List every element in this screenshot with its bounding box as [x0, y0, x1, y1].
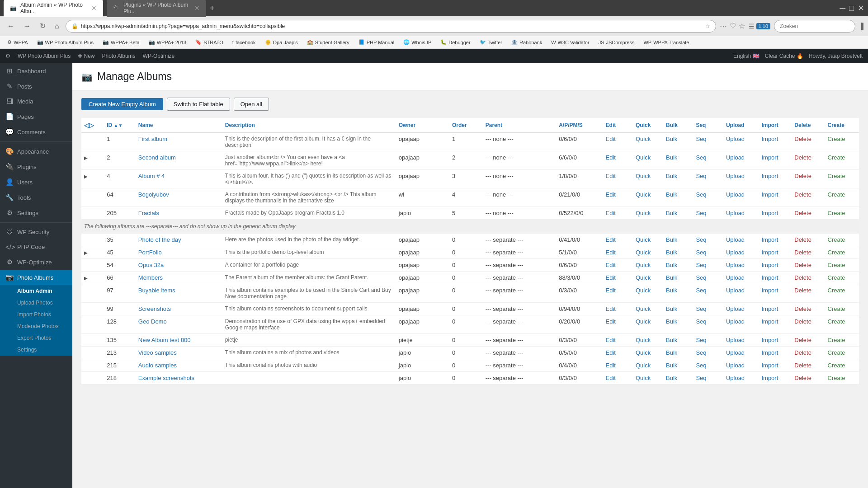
quick-link[interactable]: Quick: [636, 274, 651, 281]
import-link[interactable]: Import: [761, 274, 778, 281]
edit-link[interactable]: Edit: [606, 173, 616, 179]
seq-link[interactable]: Seq: [696, 375, 706, 381]
create-link[interactable]: Create: [828, 305, 845, 312]
sidebar-item-settings[interactable]: ⚙ Settings: [0, 205, 72, 221]
sidebar-item-dashboard[interactable]: ⊞ Dashboard: [0, 63, 72, 79]
quick-link[interactable]: Quick: [636, 349, 651, 356]
star-toolbar-icon[interactable]: ☆: [739, 22, 745, 30]
seq-link[interactable]: Seq: [696, 287, 706, 294]
expand-row-button[interactable]: ▶: [84, 155, 88, 160]
create-link[interactable]: Create: [828, 173, 845, 179]
edit-link[interactable]: Edit: [606, 136, 616, 142]
upload-link[interactable]: Upload: [726, 173, 745, 179]
seq-link[interactable]: Seq: [696, 191, 706, 198]
bulk-link[interactable]: Bulk: [666, 173, 677, 179]
sidebar-item-posts[interactable]: ✎ Posts: [0, 79, 72, 94]
bulk-link[interactable]: Bulk: [666, 375, 677, 381]
quick-link[interactable]: Quick: [636, 337, 651, 343]
seq-link[interactable]: Seq: [696, 274, 706, 281]
seq-link[interactable]: Seq: [696, 305, 706, 312]
sidebar-item-plugins[interactable]: 🔌 Plugins: [0, 159, 72, 174]
bookmark-whois[interactable]: 🌐 Whois IP: [400, 38, 435, 46]
maximize-button[interactable]: □: [849, 4, 854, 13]
delete-link[interactable]: Delete: [794, 191, 811, 198]
address-bar[interactable]: 🔒 https://wppa.nl/wp-admin/admin.php?pag…: [66, 20, 716, 33]
bookmark-icon[interactable]: ♡: [730, 22, 736, 30]
bulk-link[interactable]: Bulk: [666, 362, 677, 369]
bulk-link[interactable]: Bulk: [666, 337, 677, 343]
minimize-button[interactable]: ─: [840, 4, 845, 13]
create-link[interactable]: Create: [828, 262, 845, 268]
delete-link[interactable]: Delete: [794, 287, 811, 294]
home-button[interactable]: ⌂: [52, 20, 62, 32]
upload-link[interactable]: Upload: [726, 236, 745, 243]
import-link[interactable]: Import: [761, 191, 778, 198]
delete-link[interactable]: Delete: [794, 375, 811, 381]
upload-link[interactable]: Upload: [726, 210, 745, 216]
sidebar-item-phpcode[interactable]: </> PHP Code: [0, 239, 72, 254]
quick-link[interactable]: Quick: [636, 236, 651, 243]
delete-link[interactable]: Delete: [794, 274, 811, 281]
delete-link[interactable]: Delete: [794, 173, 811, 179]
upload-link[interactable]: Upload: [726, 154, 745, 161]
upload-link[interactable]: Upload: [726, 375, 745, 381]
import-link[interactable]: Import: [761, 210, 778, 216]
create-link[interactable]: Create: [828, 362, 845, 369]
import-link[interactable]: Import: [761, 249, 778, 256]
forward-button[interactable]: →: [21, 20, 33, 32]
new-tab-button[interactable]: +: [210, 4, 215, 13]
quick-link[interactable]: Quick: [636, 262, 651, 268]
bulk-link[interactable]: Bulk: [666, 305, 677, 312]
back-button[interactable]: ←: [5, 20, 17, 32]
bulk-link[interactable]: Bulk: [666, 249, 677, 256]
search-input[interactable]: [774, 20, 855, 33]
delete-link[interactable]: Delete: [794, 362, 811, 369]
import-link[interactable]: Import: [761, 154, 778, 161]
create-link[interactable]: Create: [828, 337, 845, 343]
user-menu[interactable]: Howdy, Jaap Broetvelt: [809, 53, 863, 59]
bookmark-student[interactable]: 🏫 Student Gallery: [303, 38, 353, 46]
import-link[interactable]: Import: [761, 173, 778, 179]
bookmark-wppa[interactable]: ⚙ WPPA: [4, 38, 32, 46]
seq-link[interactable]: Seq: [696, 210, 706, 216]
bulk-link[interactable]: Bulk: [666, 318, 677, 325]
submenu-moderate-photos[interactable]: Moderate Photos: [0, 320, 72, 332]
expand-row-button[interactable]: ▶: [84, 276, 88, 281]
sidebar-item-users[interactable]: 👤 Users: [0, 174, 72, 190]
bookmark-strato[interactable]: 🔖 STRATO: [192, 38, 227, 46]
album-name-link[interactable]: Buyable items: [138, 287, 175, 294]
album-name-link[interactable]: New Album test 800: [138, 337, 191, 343]
active-tab[interactable]: 📷 Album Admin « WP Photo Albu... ✕: [4, 0, 103, 17]
edit-link[interactable]: Edit: [606, 305, 616, 312]
import-link[interactable]: Import: [761, 262, 778, 268]
submenu-export-photos[interactable]: Export Photos: [0, 332, 72, 344]
album-name-link[interactable]: Bogolyubov: [138, 191, 169, 198]
wp-optimize-link[interactable]: WP-Optimize: [143, 53, 175, 59]
album-name-link[interactable]: Fractals: [138, 210, 159, 216]
sidebar-item-appearance[interactable]: 🎨 Appearance: [0, 144, 72, 159]
delete-link[interactable]: Delete: [794, 305, 811, 312]
seq-link[interactable]: Seq: [696, 349, 706, 356]
upload-link[interactable]: Upload: [726, 191, 745, 198]
import-link[interactable]: Import: [761, 287, 778, 294]
submenu-album-admin[interactable]: Album Admin: [0, 285, 72, 297]
bookmark-php[interactable]: 📘 PHP Manual: [355, 38, 398, 46]
seq-link[interactable]: Seq: [696, 136, 706, 142]
delete-link[interactable]: Delete: [794, 249, 811, 256]
flat-table-button[interactable]: Switch to Flat table: [167, 98, 230, 111]
album-name-link[interactable]: First album: [138, 136, 167, 142]
upload-link[interactable]: Upload: [726, 349, 745, 356]
bulk-link[interactable]: Bulk: [666, 136, 677, 142]
import-link[interactable]: Import: [761, 318, 778, 325]
bookmark-w3c[interactable]: W W3C Validator: [547, 39, 593, 46]
create-link[interactable]: Create: [828, 210, 845, 216]
delete-link[interactable]: Delete: [794, 337, 811, 343]
seq-link[interactable]: Seq: [696, 262, 706, 268]
edit-link[interactable]: Edit: [606, 262, 616, 268]
bookmark-twitter[interactable]: 🐦 Twitter: [476, 38, 506, 46]
quick-link[interactable]: Quick: [636, 154, 651, 161]
edit-link[interactable]: Edit: [606, 154, 616, 161]
album-name-link[interactable]: PortFolio: [138, 249, 162, 256]
bookmark-wppa-2013[interactable]: 📷 WPPA+ 2013: [145, 38, 190, 46]
bookmark-wp-photo[interactable]: 📷 WP Photo Album Plus: [33, 38, 97, 46]
